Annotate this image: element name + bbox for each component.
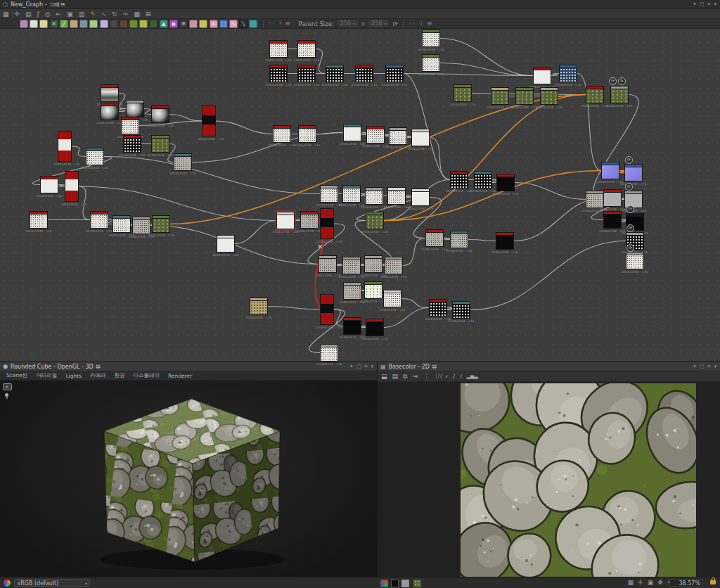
- graph-node[interactable]: 2048x2048 · L16: [319, 255, 337, 273]
- copy-icon[interactable]: ⧉: [403, 373, 407, 381]
- graph-node[interactable]: 2048x2048 · L16: [496, 232, 514, 250]
- channel-black-swatch[interactable]: [391, 580, 399, 587]
- graph-node[interactable]: 2048x2048 · L16: [411, 129, 430, 146]
- graph-node[interactable]: 2048x2048 · L16: [366, 126, 385, 143]
- view3d-menu-6[interactable]: 디스플레이: [129, 372, 165, 379]
- graph-node[interactable]: 2048x2048 · L16: [58, 131, 72, 162]
- graph-node[interactable]: 2048x2048 · L16: [383, 290, 401, 307]
- graph-node[interactable]: 2048x2048 · L16: [101, 103, 119, 120]
- graph-node[interactable]: 2048x2048 · L16: [297, 65, 316, 82]
- view2d-viewport[interactable]: 2048 x 2048 (RGBA, 16bpc): [378, 382, 720, 577]
- graph-node[interactable]: 2048x2048 · L16: [30, 211, 48, 229]
- graph-node[interactable]: 2048x2048 · L16: [202, 106, 216, 136]
- graph-node[interactable]: 2048x2048 · L16: [624, 164, 643, 181]
- graph-node[interactable]: 2048x2048 · L16: [366, 212, 384, 229]
- graph-node[interactable]: 2048x2048 · L16: [269, 65, 288, 82]
- menu-chevron-icon[interactable]: ▾: [714, 364, 716, 369]
- graph-node[interactable]: 2048x2048 · L16: [112, 215, 131, 233]
- graph-node[interactable]: 2048x2048 · L16: [422, 30, 440, 47]
- camera-overlay-icon[interactable]: [3, 383, 12, 390]
- slash-icon[interactable]: ∕: [453, 373, 455, 380]
- graph-node[interactable]: 2048x2048 · L16: [65, 171, 79, 202]
- graph-node[interactable]: 2048x2048 · L16: [559, 65, 577, 82]
- pin-icon[interactable]: ✦: [349, 364, 354, 369]
- menu-chevron-icon[interactable]: ▾: [371, 364, 373, 369]
- graph-node[interactable]: 2048x2048 · L16: [121, 117, 139, 134]
- graph-node[interactable]: 2048x2048 · L16: [250, 298, 268, 315]
- light-overlay-icon[interactable]: [5, 393, 8, 397]
- channel-gray-swatch[interactable]: [401, 580, 409, 587]
- view3d-menu-5[interactable]: 환경: [110, 372, 129, 379]
- graph-node[interactable]: 2048x2048 · L16: [364, 255, 382, 273]
- info-icon[interactable]: i: [460, 373, 462, 380]
- graph-node[interactable]: 2048x2048 · L16: [422, 54, 440, 72]
- grid-icon[interactable]: ▦: [628, 579, 634, 586]
- graph-node[interactable]: 2048x2048 · L16: [429, 299, 447, 317]
- graph-node[interactable]: 2048x2048 · L16: [425, 229, 444, 247]
- graph-node[interactable]: 2048x2048 · L16: [126, 100, 144, 117]
- zoom-level[interactable]: 38.57%: [669, 579, 703, 587]
- graph-node[interactable]: 2048x2048 · L16: [601, 162, 619, 179]
- graph-node[interactable]: 2048x2048 · L16: [320, 344, 338, 362]
- uv-select[interactable]: UV ▾: [435, 373, 448, 380]
- graph-node[interactable]: 2048x2048 · L16: [586, 86, 604, 103]
- graph-node[interactable]: 2048x2048 · L16: [365, 187, 383, 205]
- send-icon[interactable]: ⇥: [412, 373, 418, 381]
- export-icon[interactable]: ⬓: [381, 373, 387, 381]
- colorspace-select[interactable]: sRGB (default) ▾: [14, 579, 90, 587]
- graph-node[interactable]: 2048x2048 · L16: [586, 191, 604, 208]
- graph-node[interactable]: 2048x2048 · L16: [411, 188, 430, 206]
- graph-node[interactable]: 2048x2048 · L16: [610, 86, 629, 103]
- view3d-menu-7[interactable]: Renderer: [164, 373, 196, 379]
- graph-node[interactable]: 2048x2048 · L16: [276, 212, 295, 229]
- graph-node[interactable]: 2048x2048 · L16: [385, 257, 403, 274]
- graph-node[interactable]: 2048x2048 · L16: [603, 211, 622, 229]
- edit-node-icon[interactable]: ✎: [618, 77, 626, 85]
- graph-node[interactable]: 2048x2048 · L16: [450, 231, 468, 248]
- graph-node[interactable]: 2048x2048 · L16: [515, 87, 534, 105]
- pan-icon[interactable]: ✥: [657, 579, 663, 586]
- graph-node[interactable]: 2048x2048 · L16: [132, 217, 150, 234]
- graph-node[interactable]: 2048x2048 · L16: [454, 84, 472, 102]
- graph-node[interactable]: 2048x2048 · L16: [533, 67, 551, 84]
- save-icon[interactable]: ▤: [392, 373, 399, 381]
- view3d-menu-3[interactable]: Lights: [61, 373, 86, 379]
- graph-node[interactable]: 2048x2048 · L16: [320, 294, 334, 325]
- close-icon[interactable]: ✕: [364, 364, 368, 369]
- channel-thumbnail-swatch[interactable]: [413, 580, 421, 587]
- graph-node[interactable]: 2048x2048 · L16: [300, 211, 319, 229]
- graph-node[interactable]: 2048x2048 · L16: [491, 87, 509, 105]
- graph-node[interactable]: 2048x2048 · L16: [342, 185, 361, 203]
- select-icon[interactable]: ▣: [648, 579, 654, 586]
- graph-node[interactable]: 2048x2048 · L16: [152, 215, 170, 233]
- graph-node[interactable]: 2048x2048 · L16: [452, 301, 470, 319]
- graph-node[interactable]: 2048x2048 · L16: [86, 148, 104, 165]
- graph-node[interactable]: 2048x2048 · L16: [496, 174, 515, 191]
- graph-node[interactable]: 2048x2048 · L16: [366, 319, 384, 336]
- view3d-menu-1[interactable]: Scene씬: [2, 372, 32, 379]
- graph-node[interactable]: 2048x2048 · L16: [342, 257, 361, 274]
- graph-node[interactable]: 2048x2048 · L16: [343, 282, 361, 300]
- view3d-menu-4[interactable]: 카메라: [86, 372, 110, 379]
- graph-node[interactable]: 2048x2048 · L16: [320, 185, 338, 203]
- float-icon[interactable]: ▢: [356, 364, 361, 369]
- graph-node[interactable]: 2048x2048 · L16: [174, 153, 192, 171]
- channel-rgb-swatch[interactable]: [380, 580, 388, 587]
- graph-node[interactable]: 2048x2048 · L16: [151, 135, 169, 153]
- fit-icon[interactable]: ✛: [638, 579, 643, 586]
- graph-node[interactable]: 2048x2048 · L16: [624, 191, 643, 208]
- graph-node[interactable]: 2048x2048 · L16: [474, 171, 492, 188]
- view3d-viewport[interactable]: [0, 381, 377, 577]
- graph-node[interactable]: 2048x2048 · L16: [603, 189, 622, 207]
- lock-icon[interactable]: [710, 580, 716, 584]
- graph-node[interactable]: 2048x2048 · L16: [389, 127, 407, 145]
- graph-node[interactable]: 2048x2048 · L16: [364, 281, 382, 299]
- pin-icon[interactable]: ✦: [693, 364, 697, 369]
- graph-node[interactable]: 2048x2048 · L16: [540, 87, 558, 105]
- graph-node[interactable]: 2048x2048 · L16: [326, 65, 344, 82]
- graph-node[interactable]: 2048x2048 · L16: [217, 235, 235, 253]
- graph-node[interactable]: 2048x2048 · L16: [343, 317, 361, 335]
- graph-node[interactable]: 2048x2048 · L16: [123, 135, 141, 153]
- graph-node[interactable]: 2048x2048 · L16: [355, 65, 373, 82]
- graph-node[interactable]: 2048x2048 · L16: [297, 40, 316, 58]
